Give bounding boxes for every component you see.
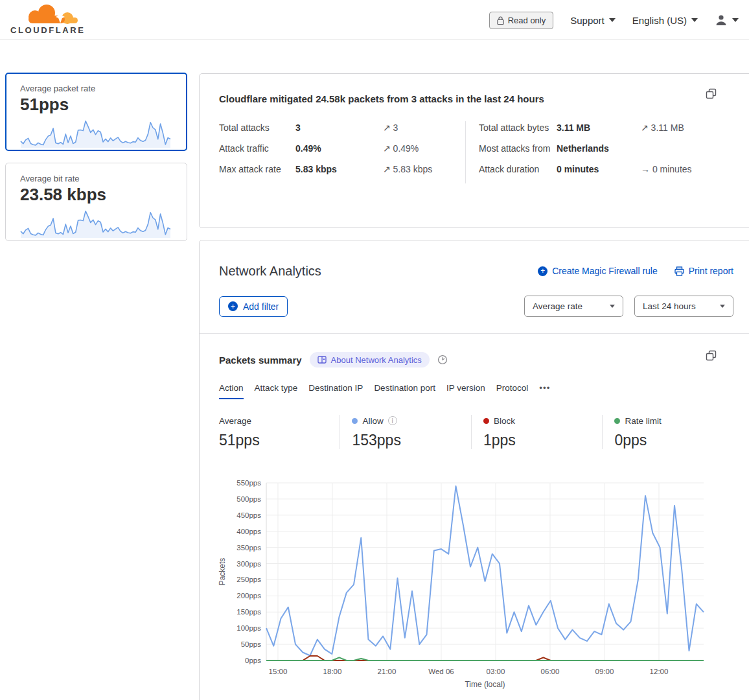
summary-stats-left: Total attacks 3 ↗ 3 Attack traffic 0.49%… <box>219 121 465 183</box>
stat-label: Max attack rate <box>219 163 295 176</box>
stat-label: Total attack bytes <box>479 121 557 134</box>
svg-text:150pps: 150pps <box>236 608 261 616</box>
packets-time-series-chart: 0pps50pps100pps150pps200pps250pps300pps3… <box>214 475 708 692</box>
stat-block: Block 1pps <box>471 415 603 449</box>
svg-text:450pps: 450pps <box>236 511 261 519</box>
chevron-down-icon <box>720 305 725 308</box>
attack-summary-title: Cloudflare mitigated 24.58k packets from… <box>219 93 733 104</box>
stat-row-total-attacks: Total attacks 3 ↗ 3 <box>219 121 465 134</box>
support-menu[interactable]: Support <box>570 15 616 26</box>
network-analytics-card: Network Analytics + Create Magic Firewal… <box>199 240 749 700</box>
create-rule-label: Create Magic Firewall rule <box>552 266 658 276</box>
svg-text:Wed 06: Wed 06 <box>428 668 454 675</box>
copy-icon[interactable] <box>706 88 717 102</box>
stat-label: Block <box>494 416 515 426</box>
allow-dot-icon <box>352 418 358 424</box>
clock-icon[interactable] <box>437 355 448 365</box>
about-network-analytics-badge[interactable]: About Network Analytics <box>310 352 430 368</box>
more-tabs-button[interactable]: ••• <box>539 383 550 399</box>
stat-value: 0.49% <box>295 142 383 155</box>
tab-protocol[interactable]: Protocol <box>496 383 529 399</box>
legend-stats-row: Average 51pps Allow i 153pps Block <box>219 415 733 449</box>
svg-text:09:00: 09:00 <box>595 668 614 675</box>
time-range-select[interactable]: Last 24 hours <box>634 296 733 317</box>
svg-text:200pps: 200pps <box>236 592 261 600</box>
metric-select-value: Average rate <box>533 301 582 311</box>
svg-text:250pps: 250pps <box>236 576 261 583</box>
cloudflare-cloud-icon <box>10 3 82 24</box>
plus-icon: + <box>228 301 238 311</box>
block-dot-icon <box>483 418 489 424</box>
tab-destination-ip[interactable]: Destination IP <box>308 383 363 399</box>
read-only-badge: Read only <box>489 12 554 29</box>
metric-card-bit-rate[interactable]: Average bit rate 23.58 kbps <box>5 163 187 241</box>
info-icon[interactable]: i <box>388 416 397 425</box>
stat-label: Rate limit <box>625 416 661 426</box>
stat-value: 3 <box>295 121 383 134</box>
tab-ip-version[interactable]: IP version <box>446 383 485 399</box>
tab-action[interactable]: Action <box>219 383 244 399</box>
bit-rate-sparkline <box>20 207 171 239</box>
svg-text:350pps: 350pps <box>236 544 261 552</box>
stat-row-total-attack-bytes: Total attack bytes 3.11 MB ↗ 3.11 MB <box>479 121 733 134</box>
packets-summary-title: Packets summary <box>219 355 302 366</box>
chevron-down-icon <box>610 305 615 308</box>
svg-text:12:00: 12:00 <box>650 668 669 675</box>
metric-card-packet-rate[interactable]: Average packet rate 51pps <box>5 73 187 151</box>
stat-value: 1pps <box>483 432 603 449</box>
svg-text:Packets: Packets <box>218 558 227 586</box>
stat-label: Attack traffic <box>219 142 295 155</box>
svg-text:21:00: 21:00 <box>378 668 397 675</box>
stat-label: Attack duration <box>479 163 557 176</box>
svg-text:03:00: 03:00 <box>487 668 505 675</box>
summary-stats-right: Total attack bytes 3.11 MB ↗ 3.11 MB Mos… <box>465 121 733 183</box>
stat-label: Average <box>219 416 251 426</box>
stat-rate-limit: Rate limit 0pps <box>602 415 733 449</box>
stat-value: 0 minutes <box>557 163 641 176</box>
tab-destination-port[interactable]: Destination port <box>374 383 435 399</box>
stat-value: 0pps <box>614 432 733 449</box>
support-label: Support <box>570 15 605 26</box>
add-filter-button[interactable]: + Add filter <box>219 296 288 317</box>
svg-text:500pps: 500pps <box>236 495 261 503</box>
svg-text:50pps: 50pps <box>241 640 262 648</box>
language-label: English (US) <box>632 15 687 26</box>
cloudflare-logo[interactable]: CLOUDFLARE <box>10 3 82 35</box>
metric-value: 51pps <box>20 95 172 115</box>
create-magic-firewall-rule-link[interactable]: + Create Magic Firewall rule <box>538 266 658 276</box>
logo-wordmark: CLOUDFLARE <box>10 25 82 35</box>
svg-text:15:00: 15:00 <box>269 668 288 675</box>
print-report-link[interactable]: Print report <box>674 266 733 276</box>
rate-limit-dot-icon <box>614 418 620 424</box>
svg-text:400pps: 400pps <box>236 528 261 535</box>
stat-value: Netherlands <box>557 142 641 155</box>
chevron-down-icon <box>609 18 616 22</box>
svg-text:06:00: 06:00 <box>541 668 560 675</box>
metric-value: 23.58 kbps <box>20 185 172 205</box>
tab-attack-type[interactable]: Attack type <box>255 383 298 399</box>
stat-row-attack-traffic: Attack traffic 0.49% ↗ 0.49% <box>219 142 465 155</box>
stat-row-max-attack-rate: Max attack rate 5.83 kbps ↗ 5.83 kbps <box>219 163 465 176</box>
metric-sidebar: Average packet rate 51pps Average bit ra… <box>5 73 187 253</box>
language-menu[interactable]: English (US) <box>632 15 698 26</box>
metric-label: Average packet rate <box>20 84 172 93</box>
svg-text:Time (local): Time (local) <box>465 680 505 689</box>
stat-label: Allow <box>362 416 383 426</box>
svg-text:0pps: 0pps <box>245 657 261 664</box>
svg-text:550pps: 550pps <box>236 479 261 487</box>
stat-value: 5.83 kbps <box>295 163 383 176</box>
metric-select[interactable]: Average rate <box>524 296 623 317</box>
stat-row-attack-duration: Attack duration 0 minutes → 0 minutes <box>479 163 733 176</box>
stat-allow: Allow i 153pps <box>340 415 471 449</box>
stat-delta: ↗ 3 <box>383 121 465 134</box>
stat-value: 51pps <box>219 432 340 449</box>
chevron-down-icon <box>732 18 739 22</box>
stat-average: Average 51pps <box>219 415 340 449</box>
copy-icon[interactable] <box>706 350 717 364</box>
print-report-label: Print report <box>689 266 733 276</box>
account-menu[interactable] <box>715 14 739 27</box>
stat-row-most-attacks-from: Most attacks from Netherlands <box>479 142 733 155</box>
time-range-value: Last 24 hours <box>643 301 696 311</box>
printer-icon <box>674 266 684 276</box>
lock-icon <box>497 16 504 25</box>
